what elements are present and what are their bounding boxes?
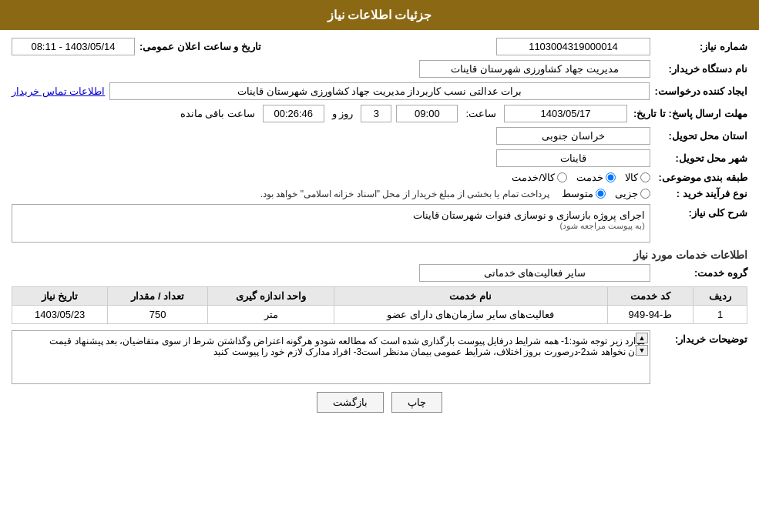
- col-radif: ردیف: [694, 287, 747, 306]
- radio-khadamat-item[interactable]: خدمت: [576, 172, 616, 183]
- shahr-label: شهر محل تحویل:: [655, 152, 747, 164]
- nam-dastgah-label: نام دستگاه خریدار:: [655, 63, 747, 75]
- goroh-khadamat-label: گروه خدمت:: [655, 267, 747, 279]
- etelaat-khadamat-title: اطلاعات خدمات مورد نیاز: [12, 249, 747, 261]
- radio-khadamat-input[interactable]: [606, 172, 616, 182]
- radio-jozei-input[interactable]: [640, 189, 650, 199]
- cell-tarikh: 1403/05/23: [12, 306, 108, 324]
- roz-label: روز و: [332, 108, 354, 119]
- tabaqe-label: طبقه بندی موضوعی:: [655, 172, 747, 183]
- goroh-khadamat-value: سایر فعالیت‌های خدماتی: [419, 264, 650, 282]
- cell-nam_khadamat: فعالیت‌های سایر سازمان‌های دارای عضو: [334, 306, 607, 324]
- cell-vahed: متر: [208, 306, 334, 324]
- etelaat-tamas-link[interactable]: اطلاعات تماس خریدار: [12, 85, 105, 97]
- scroll-arrows[interactable]: ▲ ▼: [636, 333, 648, 356]
- tarikh-elaan-label: تاریخ و ساعت اعلان عمومی:: [139, 41, 261, 52]
- col-nam: نام خدمت: [334, 287, 607, 306]
- table-row: 1ط-94-949فعالیت‌های سایر سازمان‌های دارا…: [12, 306, 747, 324]
- btn-bazgasht[interactable]: بازگشت: [317, 392, 384, 413]
- ostan-label: استان محل تحویل:: [655, 130, 747, 142]
- sharh-koli-label: شرح کلی نیاز:: [655, 204, 747, 219]
- scroll-down-btn[interactable]: ▼: [636, 345, 648, 356]
- shahr-value: قاینات: [496, 149, 650, 167]
- col-kod: کد خدمت: [607, 287, 694, 306]
- sharh-koli-sub: (به پیوست مراجعه شود): [17, 221, 645, 231]
- ijad-konande-label: ایجاد کننده درخواست:: [654, 85, 747, 97]
- scroll-up-btn[interactable]: ▲: [636, 333, 648, 343]
- radio-kala-label: کالا: [625, 172, 638, 183]
- radio-kala-khadamat-label: کالا/خدمت: [512, 172, 555, 183]
- shomara-niaz-label: شماره نیاز:: [655, 41, 747, 52]
- buttons-row: چاپ بازگشت: [12, 392, 747, 413]
- cell-radif: 1: [694, 306, 747, 324]
- saat-baghi-value: 00:26:46: [263, 105, 324, 122]
- now-farayand-label: نوع فرآیند خرید :: [655, 188, 747, 199]
- page-header: جزئیات اطلاعات نیاز: [0, 0, 759, 30]
- radio-jozei-label: جزیی: [615, 188, 638, 199]
- col-tedad: تعداد / مقدار: [108, 287, 208, 306]
- nam-dastgah-value: مدیریت جهاد کشاورزی شهرستان قاینات: [419, 60, 650, 78]
- services-table: ردیف کد خدمت نام خدمت واحد اندازه گیری ت…: [12, 286, 747, 324]
- radio-kala-input[interactable]: [640, 172, 650, 182]
- cell-kod_khadamat: ط-94-949: [607, 306, 694, 324]
- radio-motavaset-input[interactable]: [596, 189, 606, 199]
- col-tarikh: تاریخ نیاز: [12, 287, 108, 306]
- date-value: 1403/05/17: [504, 105, 627, 122]
- farayand-radio-group: جزیی متوسط: [562, 188, 650, 199]
- ostan-value: خراسان جنوبی: [496, 127, 650, 145]
- tosihaat-value: موارد زیر توجه شود:1- همه شرایط درفایل پ…: [17, 336, 645, 357]
- radio-kala-item[interactable]: کالا: [625, 172, 650, 183]
- radio-khadamat-label: خدمت: [576, 172, 603, 183]
- btn-chap[interactable]: چاپ: [391, 392, 442, 413]
- ijad-konande-value: برات عدالتی نسب کاربرداز مدیریت جهاد کشا…: [109, 82, 650, 100]
- tabaqe-radio-group: کالا خدمت کالا/خدمت: [512, 172, 650, 183]
- shomara-niaz-value: 1103004319000014: [496, 38, 650, 55]
- saat-value: 09:00: [396, 105, 458, 122]
- radio-kala-khadamat-item[interactable]: کالا/خدمت: [512, 172, 567, 183]
- saat-label: ساعت:: [465, 108, 496, 119]
- sharh-koli-box: اجرای پروژه بازسازی و نوسازی فنوات شهرست…: [12, 204, 650, 243]
- radio-motavaset-label: متوسط: [562, 188, 593, 199]
- radio-motavaset-item[interactable]: متوسط: [562, 188, 606, 199]
- col-vahed: واحد اندازه گیری: [208, 287, 334, 306]
- radio-kala-khadamat-input[interactable]: [557, 172, 567, 182]
- farayand-text: پرداخت تمام یا بخشی از مبلغ خریدار از مح…: [260, 189, 549, 199]
- page-title: جزئیات اطلاعات نیاز: [327, 8, 432, 22]
- sharh-koli-value: اجرای پروژه بازسازی و نوسازی فنوات شهرست…: [17, 209, 645, 221]
- radio-jozei-item[interactable]: جزیی: [615, 188, 650, 199]
- tosihaat-box: ▲ ▼ موارد زیر توجه شود:1- همه شرایط درفا…: [12, 330, 650, 384]
- roz-value: 3: [361, 105, 391, 122]
- cell-tedad: 750: [108, 306, 208, 324]
- saat-baghi-label: ساعت باقی مانده: [180, 108, 255, 119]
- mohlat-label: مهلت ارسال پاسخ: تا تاریخ:: [632, 108, 747, 119]
- tarikh-elaan-value: 1403/05/14 - 08:11: [12, 38, 135, 55]
- tosihaat-label: توضیحات خریدار:: [655, 330, 747, 345]
